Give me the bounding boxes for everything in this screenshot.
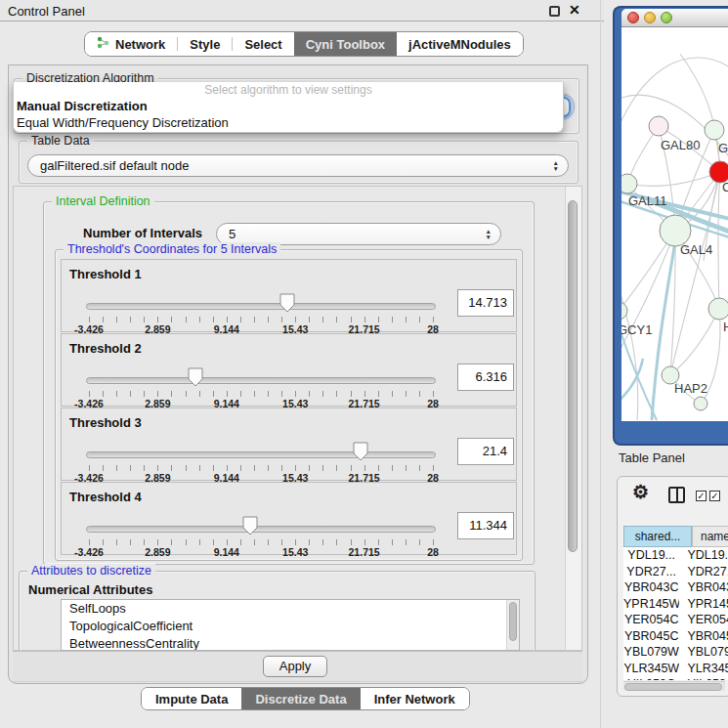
table-row[interactable]: YDR27...YDR27... xyxy=(623,564,728,580)
table-row[interactable]: YBR045CYBR045C xyxy=(623,628,728,645)
list-scrollbar-track[interactable] xyxy=(506,600,519,650)
combobox-value: galFiltered.sif default node xyxy=(40,158,189,173)
tick-mark xyxy=(295,391,296,397)
slider-thumb[interactable] xyxy=(353,442,368,462)
tick-mark xyxy=(227,317,228,322)
tab-impute-data[interactable]: Impute Data xyxy=(142,688,241,709)
network-node[interactable] xyxy=(708,298,728,320)
attribute-item[interactable]: TopologicalCoefficient xyxy=(62,618,519,635)
cell-shared-name[interactable]: YBR043C xyxy=(623,579,679,596)
table-row[interactable]: YBR043CYBR043C xyxy=(623,579,728,596)
dropdown-option-manual-discretization[interactable]: Manual Discretization xyxy=(14,98,563,114)
list-scrollbar-thumb[interactable] xyxy=(509,602,517,641)
cell-name[interactable]: YBR045C xyxy=(679,628,728,645)
horizontal-scrollbar-track[interactable] xyxy=(623,681,725,691)
network-edge[interactable] xyxy=(652,241,675,420)
network-edge[interactable] xyxy=(718,172,720,309)
table-row[interactable]: YDL19...YDL19... xyxy=(623,547,728,564)
mac-minimize-button[interactable] xyxy=(644,12,656,23)
numerical-attributes-list[interactable]: SelfLoopsTopologicalCoefficientBetweenne… xyxy=(61,599,520,651)
tick-mark xyxy=(227,391,228,397)
tick-mark xyxy=(364,391,365,397)
attribute-item[interactable]: SelfLoops xyxy=(62,600,519,618)
apply-button[interactable]: Apply xyxy=(263,656,327,677)
threshold-value-field[interactable]: 14.713 xyxy=(457,289,514,317)
network-icon xyxy=(97,36,109,52)
tick-mark xyxy=(130,317,131,322)
slider-track[interactable] xyxy=(86,451,436,458)
slider-thumb[interactable] xyxy=(279,293,295,314)
column-header-name[interactable]: name xyxy=(692,526,728,547)
cell-shared-name[interactable]: YIL053C xyxy=(623,676,679,680)
threshold-label: Threshold 2 xyxy=(69,341,142,356)
network-window-titlebar[interactable] xyxy=(621,9,728,27)
slider-track[interactable] xyxy=(86,303,436,310)
slider-track[interactable] xyxy=(86,377,436,384)
tab-cyni-toolbox[interactable]: Cyni Toolbox xyxy=(294,32,397,56)
cell-name[interactable]: YBL079W xyxy=(679,644,728,661)
cyni-bottom-tabbar: Impute Data Discretize Data Infer Networ… xyxy=(141,687,470,710)
cell-name[interactable]: YIL053C xyxy=(679,676,728,680)
table-row[interactable]: YER054CYER054C xyxy=(623,612,728,628)
cell-name[interactable]: YLR345W xyxy=(679,661,728,677)
cell-name[interactable]: YER054C xyxy=(679,612,728,628)
checkbox-icon[interactable]: ✓ xyxy=(696,491,707,501)
slider-ticks xyxy=(89,539,433,546)
network-canvas[interactable]: GAL80GCGAL11GAL4GCY1HHAP2 xyxy=(621,27,728,421)
combobox-stepper-icon[interactable]: ▲ ▼ xyxy=(486,229,492,239)
cell-name[interactable]: YDL19... xyxy=(679,547,728,564)
cell-name[interactable]: YDR27... xyxy=(679,564,728,580)
cell-shared-name[interactable]: YBR045C xyxy=(623,628,679,645)
table-data-combobox[interactable]: galFiltered.sif default node ▲ ▼ xyxy=(27,154,569,177)
cell-shared-name[interactable]: YDR27... xyxy=(623,564,679,580)
vertical-scrollbar-thumb[interactable] xyxy=(568,200,578,552)
cell-shared-name[interactable]: YLR345W xyxy=(623,661,679,677)
network-edge[interactable] xyxy=(670,309,719,375)
float-window-icon[interactable] xyxy=(549,6,560,17)
tab-jactivemnodules[interactable]: jActiveMNodules xyxy=(397,32,523,56)
attribute-item[interactable]: BetweennessCentrality xyxy=(62,635,519,651)
threshold-value-field[interactable]: 11.344 xyxy=(457,512,514,539)
tab-select[interactable]: Select xyxy=(233,32,293,56)
cell-shared-name[interactable]: YPR145W xyxy=(623,596,679,613)
cell-shared-name[interactable]: YER054C xyxy=(623,612,679,628)
mac-zoom-button[interactable] xyxy=(661,12,672,23)
network-node-label: GAL11 xyxy=(628,193,667,208)
network-node[interactable] xyxy=(621,174,637,193)
tab-discretize-data[interactable]: Discretize Data xyxy=(241,688,360,709)
mac-close-button[interactable] xyxy=(627,12,639,23)
tick-mark xyxy=(103,539,104,545)
slider-ticks xyxy=(89,317,433,323)
tab-style[interactable]: Style xyxy=(178,32,232,56)
threshold-value-field[interactable]: 6.316 xyxy=(457,364,514,391)
cell-name[interactable]: YBR043C xyxy=(679,579,728,596)
close-icon[interactable]: ✕ xyxy=(569,2,580,18)
table-row[interactable]: YPR145WYPR145W xyxy=(623,596,728,613)
network-node[interactable] xyxy=(705,120,724,140)
slider-thumb[interactable] xyxy=(242,516,258,536)
table-row[interactable]: YIL053CYIL053C xyxy=(623,676,728,680)
cell-shared-name[interactable]: YBL079W xyxy=(623,644,679,661)
gear-icon[interactable]: ⚙ xyxy=(632,481,649,503)
cell-shared-name[interactable]: YDL19... xyxy=(623,547,679,564)
slider-thumb[interactable] xyxy=(188,367,203,388)
tick-mark xyxy=(295,539,296,545)
table-row[interactable]: YLR345WYLR345W xyxy=(623,661,728,677)
panel-splitter[interactable] xyxy=(600,0,601,728)
threshold-value-field[interactable]: 21.4 xyxy=(457,438,514,465)
columns-icon[interactable] xyxy=(668,487,685,503)
network-node[interactable] xyxy=(694,397,707,410)
network-node[interactable] xyxy=(649,116,668,136)
column-header-shared-name[interactable]: shared... xyxy=(623,526,692,547)
tab-network[interactable]: Network xyxy=(85,32,177,56)
table-row[interactable]: YBL079WYBL079W xyxy=(623,644,728,661)
cell-name[interactable]: YPR145W xyxy=(679,596,728,613)
tick-mark xyxy=(144,391,145,397)
slider-track[interactable] xyxy=(86,526,436,533)
tab-infer-network[interactable]: Infer Network xyxy=(361,688,469,709)
checkbox-icon[interactable]: ✓ xyxy=(709,491,720,501)
combobox-stepper-icon[interactable]: ▲ ▼ xyxy=(553,160,559,171)
network-edge[interactable] xyxy=(627,172,720,186)
dropdown-option-equal-width-frequency[interactable]: Equal Width/Frequency Discretization xyxy=(14,114,563,131)
horizontal-scrollbar-thumb[interactable] xyxy=(624,683,722,691)
